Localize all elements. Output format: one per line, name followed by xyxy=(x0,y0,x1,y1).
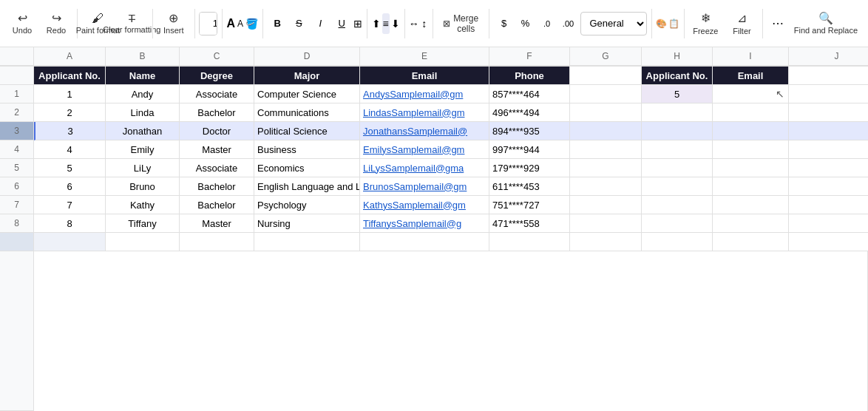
cell-1-g[interactable] xyxy=(570,85,642,103)
filter-button[interactable]: ⊿ Filter xyxy=(725,3,758,44)
cell-3-b[interactable]: Jonathan xyxy=(106,122,180,140)
cell-2-i[interactable] xyxy=(713,103,789,122)
cell-1-h[interactable]: 5 xyxy=(642,85,713,103)
cell-8-d[interactable]: Nursing xyxy=(254,214,360,233)
cell-2-e[interactable]: LindasSamplemail@gm xyxy=(360,103,489,122)
cell-4-e[interactable]: EmilysSamplemail@gm xyxy=(360,140,489,159)
redo-button[interactable]: ↪ Redo xyxy=(40,3,72,44)
insert-button[interactable]: ⊕ Insert xyxy=(157,3,190,44)
percent-button[interactable]: % xyxy=(515,13,536,34)
cell-9-e[interactable] xyxy=(360,233,489,251)
cell-4-j[interactable] xyxy=(789,140,868,159)
cell-5-f[interactable]: 179****929 xyxy=(489,159,570,177)
col-header-e[interactable]: E xyxy=(360,47,489,66)
cell-2-h[interactable] xyxy=(642,103,713,122)
cell-4-i[interactable] xyxy=(713,140,789,159)
cell-6-g[interactable] xyxy=(570,177,642,196)
borders-button[interactable]: ⊞ xyxy=(353,13,362,34)
cell-2-c[interactable]: Bachelor xyxy=(180,103,254,122)
cell-3-a[interactable]: 3 xyxy=(34,122,106,140)
cell-6-h[interactable] xyxy=(642,177,713,196)
cell-7-b[interactable]: Kathy xyxy=(106,196,180,214)
empty-area[interactable] xyxy=(34,251,868,411)
cell-7-g[interactable] xyxy=(570,196,642,214)
cell-9-h[interactable] xyxy=(642,233,713,251)
currency-button[interactable]: $ xyxy=(494,13,515,34)
cell-3-c[interactable]: Doctor xyxy=(180,122,254,140)
cell-1-f[interactable]: 857****464 xyxy=(489,85,570,103)
cell-3-i[interactable] xyxy=(713,122,789,140)
cell-5-j[interactable] xyxy=(789,159,868,177)
italic-button[interactable]: I xyxy=(310,13,330,34)
cell-9-j[interactable] xyxy=(789,233,868,251)
cell-8-b[interactable]: Tiffany xyxy=(106,214,180,233)
cell-7-e[interactable]: KathysSamplemail@gm xyxy=(360,196,489,214)
align-middle-button[interactable]: ≡ xyxy=(382,13,390,34)
cell-4-c[interactable]: Master xyxy=(180,140,254,159)
cell-9-i[interactable] xyxy=(713,233,789,251)
bold-button[interactable]: B xyxy=(267,13,288,34)
cell-7-f[interactable]: 751****727 xyxy=(489,196,570,214)
header-j-empty[interactable] xyxy=(789,67,868,85)
col-header-g[interactable]: G xyxy=(570,47,642,66)
font-a-small-button[interactable]: A xyxy=(237,13,244,34)
cell-1-j[interactable] xyxy=(789,85,868,103)
cell-1-e[interactable]: AndysSamplemail@gm xyxy=(360,85,489,103)
paint-format-button[interactable]: 🖌 Paint format xyxy=(81,3,114,44)
cell-6-c[interactable]: Bachelor xyxy=(180,177,254,196)
cell-5-g[interactable] xyxy=(570,159,642,177)
cell-8-c[interactable]: Master xyxy=(180,214,254,233)
increase-decimal-button[interactable]: .00 xyxy=(558,13,579,34)
cell-5-c[interactable]: Associate xyxy=(180,159,254,177)
cell-5-e[interactable]: LiLysSamplemail@gma xyxy=(360,159,489,177)
cell-9-b[interactable] xyxy=(106,233,180,251)
cell-3-g[interactable] xyxy=(570,122,642,140)
cell-4-g[interactable] xyxy=(570,140,642,159)
cell-6-j[interactable] xyxy=(789,177,868,196)
cell-9-c[interactable] xyxy=(180,233,254,251)
header-major[interactable]: Major xyxy=(254,67,360,85)
decrease-decimal-button[interactable]: .0 xyxy=(537,13,557,34)
text-wrap-button[interactable]: ↔ xyxy=(409,13,419,34)
cell-4-f[interactable]: 997****944 xyxy=(489,140,570,159)
header-name[interactable]: Name xyxy=(106,67,180,85)
format-type-select[interactable]: General Number Currency Percent Date Tex… xyxy=(580,12,647,35)
cell-3-j[interactable] xyxy=(789,122,868,140)
cell-1-d[interactable]: Computer Science xyxy=(254,85,360,103)
cell-4-b[interactable]: Emily xyxy=(106,140,180,159)
align-top-button[interactable]: ⬆ xyxy=(372,13,381,34)
col-header-j[interactable]: J xyxy=(789,47,868,66)
align-bottom-button[interactable]: ⬇ xyxy=(391,13,400,34)
cell-8-a[interactable]: 8 xyxy=(34,214,106,233)
underline-button[interactable]: U xyxy=(331,13,352,34)
cell-5-d[interactable]: Economics xyxy=(254,159,360,177)
cell-8-g[interactable] xyxy=(570,214,642,233)
col-header-a[interactable]: A xyxy=(34,47,106,66)
cell-3-d[interactable]: Political Science xyxy=(254,122,360,140)
header-phone[interactable]: Phone xyxy=(489,67,570,85)
cell-1-b[interactable]: Andy xyxy=(106,85,180,103)
col-header-d[interactable]: D xyxy=(254,47,360,66)
cell-8-e[interactable]: TiffanysSamplemail@g xyxy=(360,214,489,233)
cell-5-h[interactable] xyxy=(642,159,713,177)
cell-6-a[interactable]: 6 xyxy=(34,177,106,196)
cell-9-d[interactable] xyxy=(254,233,360,251)
cell-9-g[interactable] xyxy=(570,233,642,251)
fill-color-button[interactable]: 🪣 xyxy=(245,13,258,34)
cell-7-i[interactable] xyxy=(713,196,789,214)
cell-2-d[interactable]: Communications xyxy=(254,103,360,122)
cell-8-i[interactable] xyxy=(713,214,789,233)
cell-2-g[interactable] xyxy=(570,103,642,122)
cell-6-f[interactable]: 611****453 xyxy=(489,177,570,196)
cell-7-h[interactable] xyxy=(642,196,713,214)
col-header-b[interactable]: B xyxy=(106,47,180,66)
undo-button[interactable]: ↩ Undo xyxy=(6,3,38,44)
col-header-i[interactable]: I xyxy=(713,47,789,66)
font-size-input[interactable] xyxy=(200,13,217,35)
clear-formatting-button[interactable]: T̶ Clear formatting xyxy=(115,3,148,44)
cell-6-i[interactable] xyxy=(713,177,789,196)
cell-7-j[interactable] xyxy=(789,196,868,214)
conditional-color-button[interactable]: 🎨 xyxy=(656,13,667,34)
header-email-h[interactable]: Email xyxy=(713,67,789,85)
find-replace-button[interactable]: 🔍 Find and Replace xyxy=(790,3,862,44)
